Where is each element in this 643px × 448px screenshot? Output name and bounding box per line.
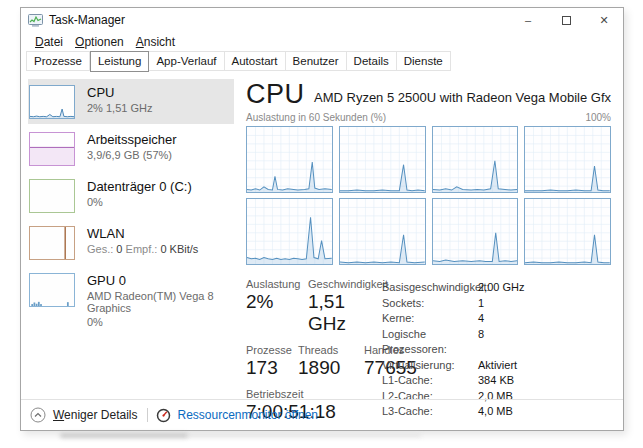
sidebar-disk-title: Datenträger 0 (C:) xyxy=(87,179,192,194)
processes-value: 173 xyxy=(246,357,298,379)
threads-label: Threads xyxy=(298,344,364,356)
cpu-core-graph-8[interactable] xyxy=(524,198,611,265)
menu-ansicht[interactable]: Ansicht xyxy=(130,35,181,49)
task-manager-window: Task-Manager – ✕ Datei Optionen Ansicht … xyxy=(20,7,624,431)
cores-label: Kerne: xyxy=(382,311,478,327)
sidebar-item-arbeitsspeicher[interactable]: Arbeitsspeicher 3,9/6,9 GB (57%) xyxy=(28,126,234,171)
footer-divider xyxy=(147,408,148,422)
tab-benutzer[interactable]: Benutzer xyxy=(286,51,347,71)
cpu-mini-graph xyxy=(29,85,75,119)
sidebar-wlan-subtitle: Ges.: 0 Empf.: 0 KBit/s xyxy=(87,243,198,255)
sidebar-gpu-title: GPU 0 xyxy=(87,273,228,288)
resource-monitor-gauge-icon xyxy=(156,408,171,423)
menu-datei-label: atei xyxy=(44,35,63,49)
speed-label: Geschwindigkeit xyxy=(308,278,388,290)
chevron-up-circle-icon xyxy=(30,407,46,423)
sidebar-item-datentraeger[interactable]: Datenträger 0 (C:) 0% xyxy=(28,173,234,218)
sockets-label: Sockets: xyxy=(382,296,478,312)
footer-bar: Weniger Details Ressourcenmonitor öffnen xyxy=(21,399,623,430)
minimize-icon: – xyxy=(525,14,531,26)
sidebar-cpu-subtitle: 2% 1,51 GHz xyxy=(87,102,152,114)
background-artifact xyxy=(60,433,188,438)
utilization-label: Auslastung xyxy=(246,278,308,290)
tab-dienste[interactable]: Dienste xyxy=(397,51,451,71)
fewer-details-accesskey: W xyxy=(53,408,64,422)
sidebar-wlan-title: WLAN xyxy=(87,226,198,241)
menu-datei-accesskey: D xyxy=(35,35,44,49)
menu-ansicht-label: nsicht xyxy=(144,35,175,49)
memory-mini-graph xyxy=(29,132,75,166)
chart-axis-label: Auslastung in 60 Sekunden (%) xyxy=(246,112,386,123)
cpu-core-graph-5[interactable] xyxy=(246,198,333,265)
tab-details[interactable]: Details xyxy=(347,51,397,71)
sidebar-memory-subtitle: 3,9/6,9 GB (57%) xyxy=(87,149,177,161)
chart-axis-max: 100% xyxy=(585,112,611,123)
logical-processors-value: 8 xyxy=(478,327,484,358)
cpu-core-graph-7[interactable] xyxy=(432,198,519,265)
cpu-core-graph-2[interactable] xyxy=(339,126,426,193)
virtualization-label: Virtualisierung: xyxy=(382,358,478,374)
virtualization-value: Aktiviert xyxy=(478,358,517,374)
tab-autostart[interactable]: Autostart xyxy=(225,51,286,71)
wlan-mini-graph xyxy=(29,226,75,260)
menu-optionen-label: ptionen xyxy=(84,35,123,49)
fewer-details-button[interactable]: Weniger Details xyxy=(30,407,137,423)
logical-processors-label: Logische Prozessoren: xyxy=(382,327,478,358)
sockets-value: 1 xyxy=(478,296,484,312)
speed-value: 1,51 GHz xyxy=(308,291,382,335)
task-manager-app-icon xyxy=(28,14,43,27)
cpu-core-graph-6[interactable] xyxy=(339,198,426,265)
cores-value: 4 xyxy=(478,311,484,327)
cpu-core-graph-3[interactable] xyxy=(432,126,519,193)
sidebar-disk-subtitle: 0% xyxy=(87,196,192,208)
menu-datei[interactable]: Datei xyxy=(29,35,69,49)
cpu-core-graph-1[interactable] xyxy=(246,126,333,193)
menu-ansicht-accesskey: A xyxy=(136,35,144,49)
background-artifact-2 xyxy=(186,434,421,437)
sidebar-memory-title: Arbeitsspeicher xyxy=(87,132,177,147)
cpu-device-name: AMD Ryzen 5 2500U with Radeon Vega Mobil… xyxy=(314,90,611,109)
tab-app-verlauf[interactable]: App-Verlauf xyxy=(149,51,224,71)
sidebar-item-cpu[interactable]: CPU 2% 1,51 GHz xyxy=(28,79,234,124)
sidebar-item-gpu[interactable]: GPU 0 AMD Radeon(TM) Vega 8 Graphics 0% xyxy=(28,267,234,333)
maximize-icon xyxy=(562,16,571,25)
gpu-mini-graph xyxy=(29,273,75,307)
performance-sidebar: CPU 2% 1,51 GHz Arbeitsspeicher 3,9/6,9 … xyxy=(21,77,234,399)
l1-cache-label: L1-Cache: xyxy=(382,373,478,389)
base-speed-label: Basisgeschwindigkeit: xyxy=(382,280,478,296)
window-title: Task-Manager xyxy=(49,13,125,27)
tab-prozesse[interactable]: Prozesse xyxy=(26,51,90,71)
close-icon: ✕ xyxy=(599,14,608,27)
title-bar[interactable]: Task-Manager – ✕ xyxy=(21,8,623,32)
sidebar-gpu-usage: 0% xyxy=(87,316,228,328)
tab-bar: Prozesse Leistung App-Verlauf Autostart … xyxy=(21,51,623,72)
cpu-detail-panel: CPU AMD Ryzen 5 2500U with Radeon Vega M… xyxy=(234,77,623,399)
resource-monitor-label: Ressourcenmonitor öffnen xyxy=(177,408,318,422)
base-speed-value: 2,00 GHz xyxy=(478,280,524,296)
menu-optionen[interactable]: Optionen xyxy=(69,35,130,49)
utilization-value: 2% xyxy=(246,291,308,335)
wlan-sent-label: Ges.: xyxy=(87,243,113,255)
processes-label: Prozesse xyxy=(246,344,298,356)
maximize-button[interactable] xyxy=(547,8,585,32)
fewer-details-label: Weniger Details xyxy=(53,408,137,422)
threads-value: 1890 xyxy=(298,357,364,379)
page-title: CPU xyxy=(246,79,305,109)
fewer-details-rest: eniger Details xyxy=(64,408,137,422)
menu-bar: Datei Optionen Ansicht xyxy=(21,32,623,51)
open-resource-monitor-link[interactable]: Ressourcenmonitor öffnen xyxy=(156,408,318,423)
disk-mini-graph xyxy=(29,179,75,213)
per-core-chart-grid xyxy=(246,126,611,265)
menu-optionen-accesskey: O xyxy=(75,35,84,49)
wlan-recv-label: Empf.: xyxy=(126,243,158,255)
sidebar-cpu-title: CPU xyxy=(87,85,152,100)
sidebar-gpu-subtitle: AMD Radeon(TM) Vega 8 Graphics xyxy=(87,290,228,314)
close-button[interactable]: ✕ xyxy=(585,8,623,32)
tab-leistung[interactable]: Leistung xyxy=(90,51,149,72)
wlan-sent-value: 0 xyxy=(116,243,122,255)
l1-cache-value: 384 KB xyxy=(478,373,514,389)
performance-content: CPU 2% 1,51 GHz Arbeitsspeicher 3,9/6,9 … xyxy=(21,72,623,399)
minimize-button[interactable]: – xyxy=(509,8,547,32)
cpu-core-graph-4[interactable] xyxy=(524,126,611,193)
sidebar-item-wlan[interactable]: WLAN Ges.: 0 Empf.: 0 KBit/s xyxy=(28,220,234,265)
